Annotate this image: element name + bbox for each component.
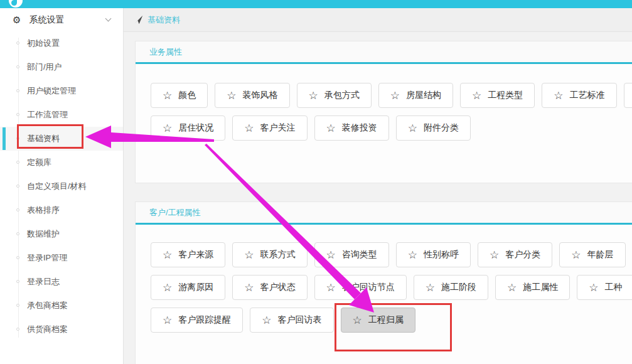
button-row: ☆游离原因☆客户状态☆客户回访节点☆施工阶段☆施工属性☆工种 xyxy=(151,275,632,300)
attribute-button[interactable]: ☆工种 xyxy=(577,275,632,300)
main-area: 基础资料 业务属性☆颜色☆装饰风格☆承包方式☆房屋结构☆工程类型☆工艺标准☆☆居… xyxy=(124,8,632,364)
bullet-icon xyxy=(16,208,19,211)
button-row: ☆客户跟踪提醒☆客户回访表☆工程归属 xyxy=(151,308,632,333)
top-bar xyxy=(0,0,632,8)
breadcrumb: 基础资料 xyxy=(124,8,632,32)
attribute-button[interactable]: ☆居住状况 xyxy=(151,115,225,141)
attribute-button[interactable]: ☆工程类型 xyxy=(460,83,535,108)
sidebar-item-label: 初始设置 xyxy=(27,38,60,49)
attribute-button[interactable]: ☆客户跟踪提醒 xyxy=(151,308,243,333)
content: 业务属性☆颜色☆装饰风格☆承包方式☆房屋结构☆工程类型☆工艺标准☆☆居住状况☆客… xyxy=(124,32,632,364)
sidebar-item[interactable]: 表格排序 xyxy=(0,198,123,222)
attribute-button-label: 客户回访节点 xyxy=(342,282,395,293)
sidebar-item[interactable]: 定额库 xyxy=(0,151,123,174)
sidebar-item[interactable]: 初始设置 xyxy=(0,31,123,55)
attribute-button[interactable]: ☆装饰风格 xyxy=(215,83,289,108)
attribute-button[interactable]: ☆施工属性 xyxy=(495,275,570,300)
attribute-button[interactable]: ☆咨询类型 xyxy=(314,242,389,267)
sidebar-item[interactable]: 供货商档案 xyxy=(0,318,123,341)
star-icon: ☆ xyxy=(309,90,318,101)
attribute-button[interactable]: ☆年龄层 xyxy=(559,242,625,267)
attribute-button-label: 居住状况 xyxy=(178,122,213,134)
sidebar-item-label: 登录IP管理 xyxy=(27,252,67,264)
star-icon: ☆ xyxy=(163,123,172,134)
attribute-button-label: 客户关注 xyxy=(260,122,296,134)
sidebar-item-label: 部门/用户 xyxy=(27,62,62,73)
star-icon: ☆ xyxy=(589,282,598,293)
sidebar-item-label: 登录日志 xyxy=(27,276,60,287)
bullet-icon xyxy=(16,41,19,45)
star-icon: ☆ xyxy=(472,90,481,101)
sidebar-item[interactable]: 承包商档案 xyxy=(0,294,123,318)
gear-icon: ⚙ xyxy=(13,15,21,24)
attribute-button-label: 客户分类 xyxy=(505,249,540,260)
sidebar-item-label: 数据维护 xyxy=(27,228,60,240)
star-icon: ☆ xyxy=(408,123,417,134)
star-icon: ☆ xyxy=(227,90,236,101)
sidebar-item-label: 定额库 xyxy=(27,157,51,168)
sidebar: ⚙ 系统设置 初始设置部门/用户用户锁定管理工作流管理基础资料定额库自定义项目/… xyxy=(0,8,124,364)
sidebar-item[interactable]: 自定义项目/材料 xyxy=(0,174,123,198)
sidebar-item[interactable]: 用户锁定管理 xyxy=(0,79,123,103)
attribute-button[interactable]: ☆游离原因 xyxy=(151,275,225,300)
attribute-button[interactable]: ☆客户回访表 xyxy=(250,308,333,333)
star-icon: ☆ xyxy=(163,315,172,326)
sidebar-item[interactable]: 工作流管理 xyxy=(0,103,123,127)
section-title: 客户/工程属性 xyxy=(149,207,201,218)
attribute-button-label: 工艺标准 xyxy=(570,90,605,101)
bullet-icon xyxy=(16,256,19,259)
section-title: 业务属性 xyxy=(149,46,182,58)
attribute-button[interactable]: ☆联系方式 xyxy=(232,242,307,267)
attribute-button-label: 施工属性 xyxy=(523,282,558,293)
attribute-button[interactable]: ☆客户来源 xyxy=(151,242,225,267)
star-icon: ☆ xyxy=(163,282,172,293)
section-body: ☆客户来源☆联系方式☆咨询类型☆性别称呼☆客户分类☆年龄层☆☆游离原因☆客户状态… xyxy=(136,225,632,340)
breadcrumb-label: 基础资料 xyxy=(147,14,180,26)
attribute-button[interactable]: ☆客户状态 xyxy=(232,275,307,300)
star-icon: ☆ xyxy=(244,282,254,293)
attribute-button[interactable]: ☆客户回访节点 xyxy=(314,275,407,300)
attribute-button[interactable]: ☆ xyxy=(624,83,632,108)
section-card: 业务属性☆颜色☆装饰风格☆承包方式☆房屋结构☆工程类型☆工艺标准☆☆居住状况☆客… xyxy=(135,41,632,183)
sidebar-title: 系统设置 xyxy=(29,14,106,26)
attribute-button[interactable]: ☆施工阶段 xyxy=(414,275,488,300)
bullet-icon xyxy=(16,280,19,283)
star-icon: ☆ xyxy=(426,282,435,293)
bullet-icon xyxy=(16,89,19,92)
attribute-button[interactable]: ☆客户分类 xyxy=(478,242,552,267)
sidebar-item[interactable]: 基础资料 xyxy=(0,127,123,151)
attribute-button-label: 装修投资 xyxy=(342,122,377,134)
section-card: 客户/工程属性☆客户来源☆联系方式☆咨询类型☆性别称呼☆客户分类☆年龄层☆☆游离… xyxy=(135,201,632,364)
app-logo-icon xyxy=(9,0,23,8)
attribute-button-label: 游离原因 xyxy=(178,282,213,293)
sidebar-header-system-settings[interactable]: ⚙ 系统设置 xyxy=(0,8,123,31)
attribute-button-label: 工程归属 xyxy=(368,314,404,326)
attribute-button[interactable]: ☆性别称呼 xyxy=(396,242,471,267)
section-header: 业务属性 xyxy=(136,41,632,64)
sidebar-menu: 初始设置部门/用户用户锁定管理工作流管理基础资料定额库自定义项目/材料表格排序数… xyxy=(0,31,123,341)
sidebar-item[interactable]: 登录日志 xyxy=(0,270,123,294)
attribute-button[interactable]: ☆工程归属 xyxy=(341,308,415,333)
star-icon: ☆ xyxy=(490,250,499,260)
attribute-button-label: 承包方式 xyxy=(324,90,360,101)
attribute-button[interactable]: ☆颜色 xyxy=(151,83,208,108)
attribute-button-label: 客户回访表 xyxy=(278,314,322,326)
attribute-button[interactable]: ☆工艺标准 xyxy=(542,83,616,108)
bullet-icon xyxy=(16,65,19,68)
star-icon: ☆ xyxy=(244,250,254,260)
sidebar-item-label: 供货商档案 xyxy=(27,324,68,335)
attribute-button-label: 房屋结构 xyxy=(406,90,441,101)
attribute-button[interactable]: ☆承包方式 xyxy=(297,83,372,108)
star-icon: ☆ xyxy=(326,282,336,293)
button-row: ☆居住状况☆客户关注☆装修投资☆附件分类 xyxy=(151,115,632,141)
star-icon: ☆ xyxy=(244,123,254,134)
navigation-arrow-icon xyxy=(134,15,143,24)
attribute-button[interactable]: ☆装修投资 xyxy=(314,115,389,141)
sidebar-item[interactable]: 部门/用户 xyxy=(0,55,123,79)
attribute-button[interactable]: ☆附件分类 xyxy=(396,115,471,141)
attribute-button-label: 客户来源 xyxy=(178,249,213,260)
attribute-button[interactable]: ☆客户关注 xyxy=(232,115,307,141)
sidebar-item[interactable]: 登录IP管理 xyxy=(0,246,123,270)
sidebar-item[interactable]: 数据维护 xyxy=(0,222,123,246)
attribute-button[interactable]: ☆房屋结构 xyxy=(378,83,453,108)
